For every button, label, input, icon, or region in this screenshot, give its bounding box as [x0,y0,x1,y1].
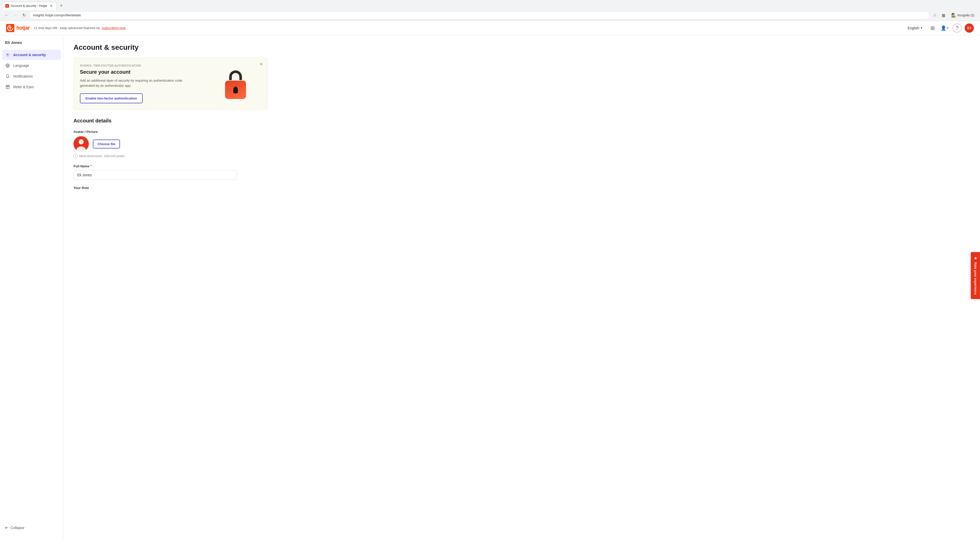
sidebar-item-label-refer-earn: Refer & Earn [13,85,34,89]
back-button[interactable]: ← [3,12,10,19]
split-screen-icon[interactable]: ▦ [940,12,947,19]
rate-experience-label: Rate your experience [974,262,977,295]
avatar-silhouette [73,136,89,151]
collapse-icon: ⇤ [5,525,8,530]
security-banner: GUIDES: TWO-FACTOR AUTHENTICATION Secure… [73,58,267,110]
incognito-button[interactable]: 🕵 Incognito (2) [948,12,977,19]
info-icon: i [73,154,78,158]
your-role-label: Your Role [73,186,970,190]
gift-icon [5,84,10,89]
main-layout: Eli Jones Account & security [0,35,980,539]
hotjar-logo-icon [6,24,14,32]
avatar [73,136,89,151]
account-details-section: Account details Avatar / Picture [73,118,970,190]
trial-banner: 11 trial days left - keep advanced featu… [34,26,902,30]
page-title: Account & security [73,43,970,52]
enable-2fa-button[interactable]: Enable two-factor authentication [80,94,143,103]
bookmark-icon[interactable]: ☆ [931,12,939,19]
banner-guide-label: GUIDES: TWO-FACTOR AUTHENTICATION [80,64,210,67]
tab-favicon: H [5,4,9,8]
full-name-input[interactable] [73,170,237,180]
svg-point-6 [76,146,86,151]
banner-illustration [210,64,261,103]
avatar-form-group: Avatar / Picture Choose file [73,130,970,158]
sidebar-item-account-security[interactable]: Account & security [2,50,61,60]
logo-text: hotjar [16,25,30,31]
add-user-icon[interactable]: 👤+ [940,24,950,33]
main-content: Account & security GUIDES: TWO-FACTOR AU… [63,35,980,539]
sidebar-item-refer-earn[interactable]: Refer & Earn [0,82,63,92]
sidebar-item-label-account-security: Account & security [13,53,46,57]
user-avatar-button[interactable]: EJ [965,24,974,33]
rate-experience-tab[interactable]: ★ Rate your experience [971,252,980,299]
lock-illustration [223,68,248,99]
hotjar-logo[interactable]: hotjar [6,24,30,32]
new-tab-button[interactable]: + [58,2,65,9]
apps-icon[interactable]: ⊞ [928,24,937,33]
svg-point-1 [7,54,8,55]
tab-close-icon[interactable]: ✕ [49,4,53,8]
keyhole-icon [233,86,238,93]
shield-icon [5,52,10,57]
choose-file-button[interactable]: Choose file [93,140,120,148]
star-icon: ★ [974,256,977,260]
chevron-down-icon: ▼ [920,27,923,29]
help-icon[interactable]: ? [953,24,962,33]
language-icon [5,63,10,68]
lock-shackle [229,70,242,80]
svg-point-5 [79,139,84,144]
active-tab[interactable]: H Account & security - Hotjar ✕ [2,2,57,10]
collapse-button[interactable]: ⇤ Collapse [5,525,58,530]
section-title: Account details [73,118,970,124]
avatar-row: Choose file [73,136,970,151]
sidebar-nav: Account & security Language [0,50,63,93]
banner-title: Secure your account [80,69,210,75]
sidebar-item-label-notifications: Notifications [13,74,33,78]
sidebar-item-label-language: Language [13,64,29,68]
full-name-label: Full Name * [73,164,970,168]
app: hotjar 11 trial days left - keep advance… [0,21,980,539]
banner-close-button[interactable]: ✕ [258,61,264,67]
your-role-form-group: Your Role [73,186,970,190]
browser-tabs: H Account & security - Hotjar ✕ + [0,0,980,10]
sidebar-item-notifications[interactable]: Notifications [0,71,63,81]
forward-button[interactable]: → [12,12,19,19]
avatar-hint: i Ideal dimensions: 100x100 pixels. [73,154,970,158]
collapse-label: Collapse [11,526,24,530]
sidebar: Eli Jones Account & security [0,35,63,539]
reload-button[interactable]: ↻ [21,12,27,19]
top-bar: hotjar 11 trial days left - keep advance… [0,21,980,35]
avatar-label: Avatar / Picture [73,130,970,134]
language-selector[interactable]: English ▼ [905,24,925,32]
full-name-form-group: Full Name * [73,164,970,180]
subscribe-link[interactable]: subscribing now [102,26,126,30]
nav-bar: ← → ↻ insights.hotjar.com/profile/detail… [0,10,980,21]
sidebar-bottom: ⇤ Collapse [0,521,63,534]
banner-content: GUIDES: TWO-FACTOR AUTHENTICATION Secure… [80,64,210,103]
banner-description: Add an additional layer of security by r… [80,78,197,88]
sidebar-user-name: Eli Jones [0,40,63,50]
top-bar-right: English ▼ ⊞ 👤+ ? EJ [905,24,974,33]
tab-title: Account & security - Hotjar [11,4,47,8]
browser-tab-bar: H Account & security - Hotjar ✕ + ← → ↻ … [0,0,980,21]
hint-text: Ideal dimensions: 100x100 pixels. [79,154,125,158]
lock-body [225,81,246,99]
sidebar-item-language[interactable]: Language [0,60,63,71]
bell-icon [5,74,10,79]
required-star: * [90,164,92,168]
address-bar[interactable]: insights.hotjar.com/profile/details [29,11,930,19]
